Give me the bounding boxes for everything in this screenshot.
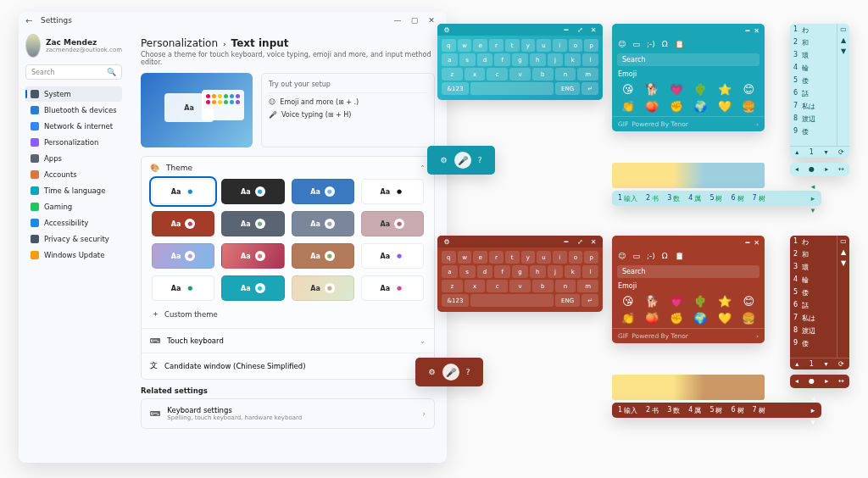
key-n[interactable]: n xyxy=(555,68,576,81)
candidate-item[interactable]: 2书 xyxy=(643,406,662,415)
candidate-item[interactable]: 5树 xyxy=(706,194,726,203)
move-icon[interactable]: ━ xyxy=(745,27,749,35)
key-b[interactable]: b xyxy=(532,68,554,81)
move-icon[interactable]: ━ xyxy=(562,238,570,246)
sidebar-item-gaming[interactable]: Gaming xyxy=(25,199,122,214)
jp-candidate-item[interactable]: 9倭 xyxy=(790,337,837,350)
emoji-item[interactable]: 🍔 xyxy=(739,100,760,113)
emoji-item[interactable]: 🍑 xyxy=(643,312,663,325)
key-r[interactable]: r xyxy=(489,251,504,264)
key-o[interactable]: o xyxy=(569,251,583,264)
jp-candidate-item[interactable]: 6話 xyxy=(790,299,837,312)
key-b[interactable]: b xyxy=(532,280,554,292)
key-u[interactable]: u xyxy=(537,251,551,264)
key-lang[interactable]: ENG xyxy=(555,294,580,307)
theme-swatch[interactable]: Aa● xyxy=(152,211,214,236)
try-voice-row[interactable]: 🎤Voice typing (⊞ + H) xyxy=(269,111,427,119)
key-enter[interactable]: ↵ xyxy=(581,82,598,95)
candidate-item[interactable]: 2书 xyxy=(643,194,662,203)
jp-candidate-item[interactable]: 3環 xyxy=(790,261,837,274)
back-icon[interactable]: ← xyxy=(25,16,37,25)
key-n[interactable]: n xyxy=(555,280,576,292)
key-s[interactable]: s xyxy=(459,265,476,278)
jp-candidate-item[interactable]: 2和 xyxy=(790,248,837,261)
key-h[interactable]: h xyxy=(530,53,546,66)
key-p[interactable]: p xyxy=(584,251,598,264)
key-g[interactable]: g xyxy=(512,53,528,66)
expand-icon[interactable]: ▭ xyxy=(840,25,847,33)
key-w[interactable]: w xyxy=(458,39,472,52)
key-l[interactable]: l xyxy=(582,53,598,66)
key-q[interactable]: q xyxy=(442,39,456,52)
candidate-item[interactable]: 6树 xyxy=(727,406,747,415)
theme-swatch[interactable]: Aa● xyxy=(221,243,284,269)
user-block[interactable]: Zac Mendez zacmendez@outlook.com xyxy=(25,34,122,58)
expand-icon[interactable]: ▾ xyxy=(807,204,819,216)
emoji-item[interactable]: ✊ xyxy=(666,100,687,113)
expand-icon[interactable]: ▾ xyxy=(807,416,819,428)
key-v[interactable]: v xyxy=(509,68,531,81)
jp-candidate-item[interactable]: 1わ xyxy=(790,24,837,36)
key-t[interactable]: t xyxy=(505,251,520,264)
emoji-item[interactable]: ⭐ xyxy=(715,83,735,96)
key-h[interactable]: h xyxy=(530,265,546,278)
theme-swatch[interactable]: Aa● xyxy=(152,243,214,269)
jp-candidate-item[interactable]: 2和 xyxy=(790,36,837,49)
theme-swatch[interactable]: Aa● xyxy=(361,275,424,301)
emoji-item[interactable]: 🍑 xyxy=(643,100,663,113)
theme-swatch[interactable]: Aa● xyxy=(292,179,354,204)
key-u[interactable]: u xyxy=(537,39,551,52)
prev-icon[interactable]: ◂ xyxy=(807,392,819,404)
sidebar-item-privacy-security[interactable]: Privacy & security xyxy=(25,231,122,247)
theme-swatch[interactable]: Aa● xyxy=(361,243,424,269)
theme-swatch[interactable]: Aa● xyxy=(152,179,214,204)
sidebar-item-network-internet[interactable]: Network & internet xyxy=(25,119,122,134)
next-icon[interactable]: ▸ xyxy=(807,192,819,204)
key-space[interactable] xyxy=(470,294,554,307)
key-lang[interactable]: ENG xyxy=(555,82,580,95)
emoji-item[interactable]: 💛 xyxy=(715,100,735,113)
jp-candidate-item[interactable]: 5倭 xyxy=(790,286,837,299)
key-c[interactable]: c xyxy=(487,68,508,81)
candidate-item[interactable]: 7树 xyxy=(749,406,769,415)
prev-icon[interactable]: ◂ xyxy=(807,181,819,192)
sidebar-item-time-language[interactable]: Time & language xyxy=(25,183,122,198)
key-o[interactable]: o xyxy=(569,39,583,52)
key-y[interactable]: y xyxy=(521,39,536,52)
mic-button[interactable]: 🎤 xyxy=(454,152,471,169)
gear-icon[interactable]: ⚙ xyxy=(442,238,451,246)
key-a[interactable]: a xyxy=(442,53,458,66)
emoji-item[interactable]: 🌵 xyxy=(691,295,711,308)
jp-candidate-item[interactable]: 3環 xyxy=(790,49,837,62)
sidebar-item-bluetooth-devices[interactable]: Bluetooth & devices xyxy=(25,103,122,118)
candidate-item[interactable]: 7树 xyxy=(749,194,769,203)
chevron-right-icon[interactable]: › xyxy=(756,120,759,128)
theme-swatch[interactable]: Aa● xyxy=(221,179,284,204)
move-icon[interactable]: ━ xyxy=(562,26,570,34)
gear-icon[interactable]: ⚙ xyxy=(442,26,451,34)
key-numbers[interactable]: &123 xyxy=(442,294,469,307)
key-z[interactable]: z xyxy=(442,68,463,81)
key-v[interactable]: v xyxy=(509,280,531,292)
kaomoji-tab-icon[interactable]: ;-) xyxy=(647,40,655,48)
emoji-item[interactable]: ✊ xyxy=(666,312,687,325)
key-k[interactable]: k xyxy=(565,53,581,66)
jp-candidate-item[interactable]: 5倭 xyxy=(790,75,837,87)
emoji-item[interactable]: 👏 xyxy=(618,312,638,325)
maximize-icon[interactable]: ▢ xyxy=(406,14,423,27)
candidate-item[interactable]: 4属 xyxy=(685,194,704,203)
key-f[interactable]: f xyxy=(494,265,510,278)
gear-icon[interactable]: ⚙ xyxy=(441,156,448,164)
sidebar-item-personalization[interactable]: Personalization xyxy=(25,135,122,150)
theme-swatch[interactable]: Aa● xyxy=(292,243,354,269)
emoji-item[interactable]: 🌵 xyxy=(691,83,711,96)
key-e[interactable]: e xyxy=(473,251,487,264)
sidebar-item-apps[interactable]: Apps xyxy=(25,151,122,166)
theme-swatch[interactable]: Aa● xyxy=(292,275,354,301)
key-w[interactable]: w xyxy=(458,251,472,264)
emoji-item[interactable]: 😘 xyxy=(618,83,638,96)
key-numbers[interactable]: &123 xyxy=(442,82,469,95)
sidebar-item-accounts[interactable]: Accounts xyxy=(25,167,122,182)
key-enter[interactable]: ↵ xyxy=(581,294,598,307)
symbol-tab-icon[interactable]: Ω xyxy=(662,40,668,48)
